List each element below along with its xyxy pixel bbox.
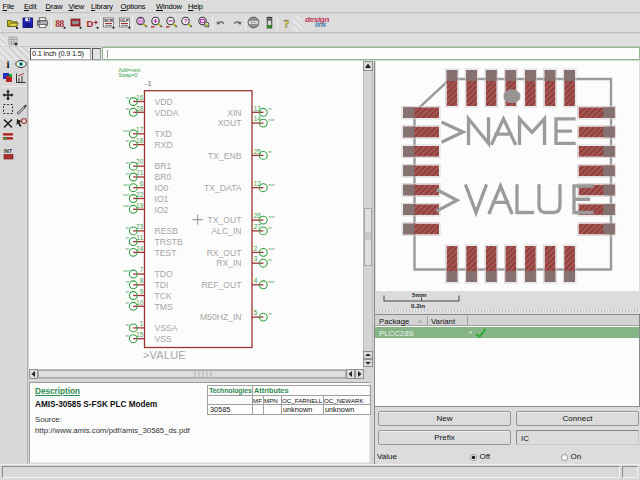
svg-text:TDI: TDI: [155, 280, 169, 290]
svg-text:23: 23: [136, 223, 144, 230]
svg-text:ALC_IN: ALC_IN: [211, 226, 241, 236]
svg-text:TDO: TDO: [155, 269, 173, 279]
svg-text:STOP: STOP: [250, 21, 257, 24]
svg-text:in: in: [126, 160, 130, 165]
svg-text:?: ?: [283, 17, 289, 30]
svg-text:M50HZ_IN: M50HZ_IN: [200, 312, 242, 322]
svg-text:IO0: IO0: [155, 183, 169, 193]
svg-text:VDDA: VDDA: [155, 108, 179, 118]
svg-text:26: 26: [254, 212, 262, 219]
svg-text:out: out: [268, 246, 275, 251]
svg-text:>VALUE: >VALUE: [143, 349, 186, 361]
svg-text:5: 5: [254, 309, 258, 316]
svg-text:20: 20: [136, 158, 144, 165]
svg-text:in: in: [268, 257, 272, 262]
svg-text:in: in: [126, 95, 130, 100]
svg-text:RX_IN: RX_IN: [216, 258, 241, 268]
svg-text:in: in: [126, 289, 130, 294]
svg-text:7: 7: [140, 266, 144, 273]
svg-text:19: 19: [136, 202, 144, 209]
svg-text:Swap=0: Swap=0: [119, 72, 138, 78]
svg-text:in: in: [126, 300, 130, 305]
svg-text:in: in: [268, 311, 272, 316]
svg-text:14: 14: [254, 115, 262, 122]
svg-text:in: in: [126, 235, 130, 240]
svg-text:out: out: [268, 182, 275, 187]
svg-text:SCR: SCR: [104, 18, 113, 23]
svg-text:in: in: [126, 279, 130, 284]
svg-text:3: 3: [254, 255, 258, 262]
svg-text:in: in: [268, 225, 272, 230]
svg-text:-1: -1: [145, 79, 152, 88]
svg-text:out: out: [123, 268, 130, 273]
svg-text:IO1: IO1: [155, 194, 169, 204]
svg-text:RXD: RXD: [155, 140, 173, 150]
svg-text:?: ?: [184, 18, 188, 24]
svg-text:out: out: [268, 214, 275, 219]
svg-text:17: 17: [136, 126, 144, 133]
svg-text:in: in: [126, 225, 130, 230]
svg-text:16: 16: [136, 94, 144, 101]
svg-text:1: 1: [140, 320, 144, 327]
svg-text:24: 24: [136, 245, 144, 252]
svg-text:88: 88: [55, 19, 64, 29]
svg-text:2: 2: [254, 245, 258, 252]
svg-text:XIN: XIN: [227, 108, 241, 118]
svg-text:out: out: [123, 192, 130, 197]
svg-text:out: out: [268, 117, 275, 122]
svg-text:in: in: [126, 333, 130, 338]
svg-text:out: out: [123, 203, 130, 208]
svg-text:21: 21: [136, 169, 144, 176]
svg-text:28: 28: [136, 105, 144, 112]
svg-text:RESB: RESB: [155, 226, 179, 236]
svg-text:in: in: [268, 149, 272, 154]
svg-text:in: in: [268, 106, 272, 111]
svg-text:22: 22: [136, 191, 144, 198]
svg-text:out: out: [123, 182, 130, 187]
svg-text:INT: INT: [4, 148, 12, 154]
svg-text:11: 11: [137, 234, 144, 241]
svg-text:D: D: [86, 18, 93, 29]
svg-text:TX_DATA: TX_DATA: [204, 183, 242, 193]
svg-text:in: in: [126, 171, 130, 176]
svg-text:TX_OUT: TX_OUT: [208, 215, 243, 225]
svg-text:6: 6: [140, 180, 144, 187]
svg-text:REF_OUT: REF_OUT: [201, 280, 242, 290]
svg-text:15: 15: [136, 331, 144, 338]
svg-text:i: i: [6, 58, 9, 70]
svg-text:in: in: [126, 106, 130, 111]
svg-text:in: in: [126, 322, 130, 327]
svg-text:TXD: TXD: [155, 129, 172, 139]
svg-text:VSSA: VSSA: [155, 323, 178, 333]
svg-text:TX_ENB: TX_ENB: [208, 151, 242, 161]
svg-text:18: 18: [136, 137, 144, 144]
svg-text:XOUT: XOUT: [218, 118, 243, 128]
svg-text:ULP: ULP: [120, 18, 129, 23]
svg-text:in: in: [126, 138, 130, 143]
svg-text:out: out: [123, 128, 130, 133]
svg-text:TEST: TEST: [155, 248, 178, 258]
svg-text:27: 27: [254, 223, 262, 230]
svg-text:in: in: [126, 246, 130, 251]
svg-text:10: 10: [136, 299, 144, 306]
svg-text:25: 25: [254, 148, 262, 155]
svg-text:VDD: VDD: [155, 97, 173, 107]
svg-text:TMS: TMS: [155, 302, 173, 312]
svg-text:BR1: BR1: [155, 161, 172, 171]
svg-text:4: 4: [254, 277, 258, 284]
svg-text:9: 9: [140, 288, 144, 295]
svg-text:13: 13: [254, 105, 262, 112]
svg-text:IO2: IO2: [155, 205, 169, 215]
svg-text:8: 8: [140, 277, 144, 284]
svg-text:TCK: TCK: [155, 291, 172, 301]
svg-text:RX_OUT: RX_OUT: [207, 248, 243, 258]
svg-text:VSS: VSS: [155, 334, 172, 344]
svg-text:BR0: BR0: [155, 172, 172, 182]
svg-text:out: out: [268, 279, 275, 284]
svg-text:TRSTB: TRSTB: [155, 237, 183, 247]
svg-text:12: 12: [254, 180, 262, 187]
